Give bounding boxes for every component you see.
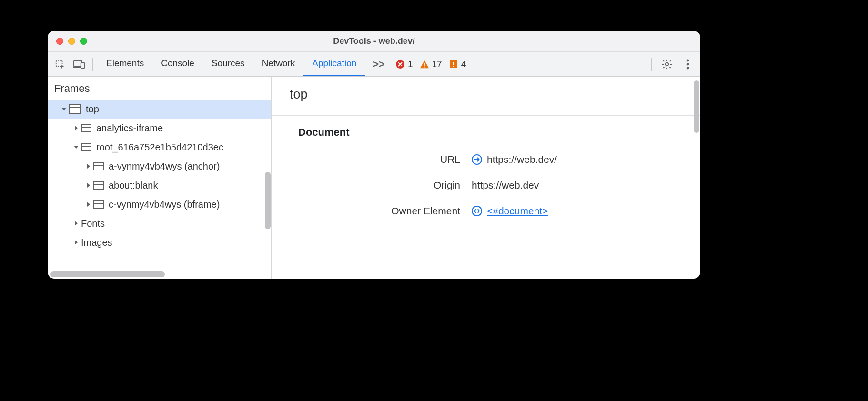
chevron-right-icon <box>72 239 80 246</box>
issues-icon <box>449 60 458 69</box>
more-options-button[interactable] <box>679 56 696 73</box>
tree-label: Images <box>81 237 112 248</box>
prop-value-url: https://web.dev/ <box>472 154 681 165</box>
tree-item-fonts[interactable]: Fonts <box>48 214 271 233</box>
close-window-button[interactable] <box>56 38 63 45</box>
frame-icon <box>69 104 81 114</box>
origin-text: https://web.dev <box>472 180 539 191</box>
minimize-window-button[interactable] <box>68 38 75 45</box>
tree-item-images[interactable]: Images <box>48 233 271 252</box>
document-properties: URL https://web.dev/ Origin https://web.… <box>272 145 700 217</box>
panel-tabs: Elements Console Sources Network Applica… <box>98 52 365 76</box>
svg-rect-3 <box>81 62 84 68</box>
error-counter[interactable]: 1 <box>395 59 413 70</box>
frame-icon <box>93 200 104 209</box>
frame-icon <box>81 124 91 132</box>
chevron-right-icon <box>85 162 92 170</box>
frames-sidebar: Frames top analytics-iframe <box>48 77 272 279</box>
tree-item-analytics-iframe[interactable]: analytics-iframe <box>48 119 271 138</box>
chevron-down-icon <box>60 105 68 113</box>
main-vertical-scrollbar[interactable] <box>694 80 699 133</box>
warning-icon <box>420 60 429 69</box>
sidebar-horizontal-scrollbar[interactable] <box>50 271 165 277</box>
tree-label: top <box>86 104 99 115</box>
inspect-element-icon[interactable] <box>51 56 69 73</box>
device-toolbar-icon[interactable] <box>71 56 88 73</box>
titlebar: DevTools - web.dev/ <box>48 31 700 52</box>
tree-item-bframe[interactable]: c-vynmy4vb4wys (bframe) <box>48 195 271 214</box>
prop-value-owner: <#document> <box>472 205 681 217</box>
status-counters: 1 17 4 <box>395 59 466 70</box>
tab-application[interactable]: Application <box>303 52 365 76</box>
warning-count: 17 <box>432 59 442 70</box>
content-area: Frames top analytics-iframe <box>48 77 700 279</box>
tree-item-anchor[interactable]: a-vynmy4vb4wys (anchor) <box>48 157 271 176</box>
svg-point-13 <box>687 67 689 69</box>
devtools-window: DevTools - web.dev/ Elements Console Sou… <box>48 31 700 279</box>
toolbar-separator <box>92 58 93 71</box>
tree-label: c-vynmy4vb4wys (bframe) <box>109 199 220 210</box>
tree-label: a-vynmy4vb4wys (anchor) <box>109 161 220 172</box>
issues-count: 4 <box>461 59 466 70</box>
url-text: https://web.dev/ <box>487 154 557 165</box>
svg-rect-5 <box>424 63 425 65</box>
window-title: DevTools - web.dev/ <box>48 36 700 46</box>
frame-icon <box>93 181 104 190</box>
chevron-right-icon <box>85 200 92 208</box>
toolbar-separator <box>651 58 652 71</box>
tab-console[interactable]: Console <box>152 52 203 76</box>
maximize-window-button[interactable] <box>80 38 87 45</box>
chevron-right-icon <box>72 220 80 227</box>
tree-item-root[interactable]: root_616a752e1b5d4210d3ec <box>48 138 271 157</box>
prop-label-owner: Owner Element <box>298 205 460 217</box>
error-icon <box>395 60 405 69</box>
more-tabs-button[interactable]: >> <box>367 58 391 70</box>
error-count: 1 <box>408 59 413 70</box>
sidebar-vertical-scrollbar[interactable] <box>265 172 271 229</box>
tree-label: about:blank <box>109 180 158 191</box>
toolbar-right <box>648 56 696 73</box>
prop-label-origin: Origin <box>298 180 460 191</box>
frame-icon <box>81 143 91 151</box>
sidebar-header: Frames <box>48 77 271 100</box>
tab-network[interactable]: Network <box>253 52 304 76</box>
chevron-right-icon <box>72 124 80 132</box>
reveal-icon[interactable] <box>472 154 482 165</box>
frames-tree: top analytics-iframe root_616a752e1b5d42… <box>48 100 271 279</box>
tree-label: Fonts <box>81 218 105 229</box>
svg-rect-8 <box>453 62 454 65</box>
frame-detail: top Document URL https://web.dev/ Origin… <box>272 77 700 279</box>
traffic-lights <box>48 38 87 45</box>
svg-point-12 <box>687 63 689 65</box>
issues-counter[interactable]: 4 <box>449 59 466 70</box>
settings-button[interactable] <box>658 56 676 73</box>
svg-rect-6 <box>424 66 425 67</box>
owner-element-link[interactable]: <#document> <box>487 205 548 217</box>
svg-point-10 <box>666 62 668 65</box>
devtools-toolbar: Elements Console Sources Network Applica… <box>48 52 700 77</box>
tab-elements[interactable]: Elements <box>98 52 152 76</box>
svg-point-11 <box>687 59 689 61</box>
tab-sources[interactable]: Sources <box>203 52 253 76</box>
chevron-down-icon <box>72 143 80 151</box>
warning-counter[interactable]: 17 <box>420 59 442 70</box>
section-title: Document <box>272 116 700 145</box>
tree-item-about-blank[interactable]: about:blank <box>48 176 271 195</box>
svg-rect-9 <box>453 66 454 67</box>
chevron-right-icon <box>85 181 92 189</box>
prop-value-origin: https://web.dev <box>472 180 681 191</box>
tree-label: root_616a752e1b5d4210d3ec <box>96 142 223 153</box>
frame-icon <box>93 162 104 170</box>
frame-title: top <box>272 77 700 115</box>
prop-label-url: URL <box>298 154 460 165</box>
tree-label: analytics-iframe <box>96 123 163 134</box>
tree-item-top[interactable]: top <box>48 100 271 119</box>
reveal-element-icon[interactable] <box>472 206 482 216</box>
